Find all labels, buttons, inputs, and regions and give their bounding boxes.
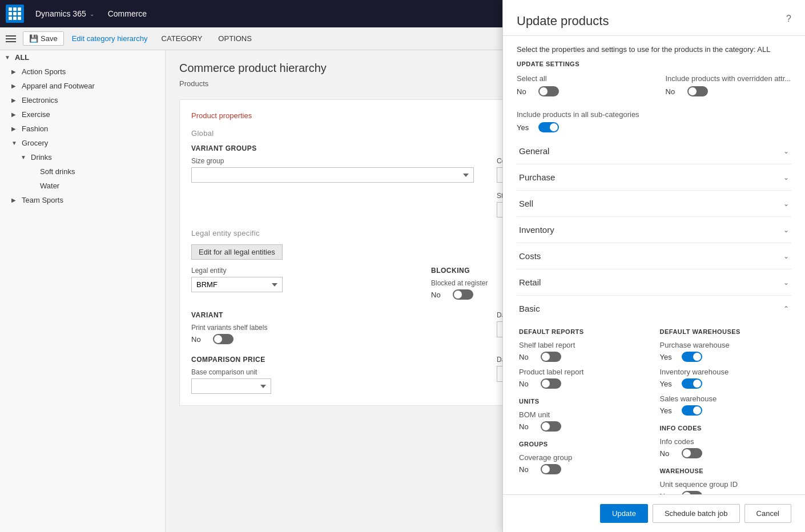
accordion-purchase-header[interactable]: Purchase ⌄ <box>517 164 791 190</box>
category-tab[interactable]: CATEGORY <box>156 32 208 45</box>
purchase-warehouse-toggle[interactable] <box>682 352 702 362</box>
base-comparison-unit-select[interactable] <box>191 378 271 394</box>
general-chevron-icon: ⌄ <box>783 147 789 155</box>
base-comparison-unit-label: Base comparison unit <box>191 368 474 376</box>
product-label-report-toggle[interactable] <box>541 378 561 389</box>
inventory-warehouse-row: Yes <box>660 378 790 389</box>
panel-body: Select the properties and settings to us… <box>503 50 805 494</box>
sidebar-item-all[interactable]: ▼ ALL <box>0 50 165 65</box>
purchase-warehouse-row: Yes <box>660 352 790 362</box>
cancel-button[interactable]: Cancel <box>744 504 791 523</box>
update-settings-heading: UPDATE SETTINGS <box>517 61 791 67</box>
coverage-group-label: Coverage group <box>519 453 649 462</box>
include-overridden-toggle[interactable] <box>687 86 708 96</box>
info-codes-field: Info codes No <box>660 437 790 458</box>
apps-button[interactable] <box>6 5 24 23</box>
bom-unit-label: BOM unit <box>519 410 649 419</box>
shelf-label-report-toggle[interactable] <box>541 352 561 362</box>
include-subcategories-toggle-row: Yes <box>517 122 791 132</box>
blocked-at-register-value: No <box>431 291 448 299</box>
edit-category-hierarchy-link[interactable]: Edit category hierarchy <box>69 32 151 45</box>
print-variants-toggle[interactable] <box>213 334 234 344</box>
accordion-inventory: Inventory ⌄ <box>517 217 791 243</box>
accordion-basic: Basic ⌃ DEFAULT REPORTS Shelf label repo… <box>517 296 791 494</box>
comparison-price-heading: COMPARISON PRICE <box>191 356 474 364</box>
shelf-label-report-label: Shelf label report <box>519 341 649 349</box>
options-tab[interactable]: OPTIONS <box>212 32 257 45</box>
main-layout: ▼ ALL ▶ Action Sports ▶ Apparel and Foot… <box>0 50 805 532</box>
accordion-general-header[interactable]: General ⌄ <box>517 138 791 164</box>
size-group-select[interactable] <box>191 167 474 183</box>
bom-unit-toggle[interactable] <box>541 421 561 432</box>
unit-sequence-label: Unit sequence group ID <box>660 480 790 489</box>
variant-col: VARIANT Print variants shelf labels No <box>191 311 474 349</box>
select-all-toggle-row: No <box>517 86 643 96</box>
accordion-retail-header[interactable]: Retail ⌄ <box>517 269 791 295</box>
select-all-toggle[interactable] <box>538 86 559 96</box>
sidebar-item-water[interactable]: Water <box>0 179 165 193</box>
inventory-warehouse-toggle[interactable] <box>682 378 702 389</box>
groups-section: GROUPS Coverage group No <box>519 441 649 474</box>
unit-sequence-toggle[interactable] <box>682 491 702 494</box>
include-overridden-toggle-row: No <box>666 86 792 96</box>
sidebar-item-soft-drinks[interactable]: Soft drinks <box>0 164 165 179</box>
sidebar-item-electronics[interactable]: ▶ Electronics <box>0 93 165 107</box>
bom-unit-row: No <box>519 421 649 432</box>
coverage-group-toggle[interactable] <box>541 464 561 474</box>
sidebar-item-action-sports[interactable]: ▶ Action Sports <box>0 65 165 79</box>
sidebar-item-drinks[interactable]: ▼ Drinks <box>0 150 165 164</box>
sell-chevron-icon: ⌄ <box>783 200 789 208</box>
accordion-inventory-header[interactable]: Inventory ⌄ <box>517 217 791 243</box>
nav-brand[interactable]: Dynamics 365 ⌄ <box>29 9 101 18</box>
accordion-basic-header[interactable]: Basic ⌃ <box>517 296 791 321</box>
warehouse-heading: WAREHOUSE <box>660 467 790 474</box>
edit-all-legal-entities-button[interactable]: Edit for all legal entities <box>191 244 283 260</box>
sales-warehouse-toggle[interactable] <box>682 405 702 416</box>
save-icon: 💾 <box>29 34 38 43</box>
legal-entity-select[interactable]: BRMF <box>191 277 283 292</box>
sidebar-item-fashion[interactable]: ▶ Fashion <box>0 122 165 136</box>
team-sports-chevron-icon: ▶ <box>11 197 19 203</box>
info-codes-toggle[interactable] <box>682 448 702 458</box>
include-subcategories-field: Include products in all sub-categories Y… <box>517 110 791 132</box>
accordion-sell: Sell ⌄ <box>517 191 791 217</box>
all-chevron-icon: ▼ <box>5 54 13 61</box>
info-codes-row: No <box>660 448 790 458</box>
sidebar-item-exercise[interactable]: ▶ Exercise <box>0 107 165 122</box>
schedule-batch-job-button[interactable]: Schedule batch job <box>653 504 740 523</box>
accordion-general: General ⌄ <box>517 138 791 164</box>
legal-entity-col: Legal entity BRMF <box>191 267 408 304</box>
grocery-chevron-icon: ▼ <box>11 140 19 146</box>
purchase-warehouse-field: Purchase warehouse Yes <box>660 341 790 362</box>
comparison-price-col: COMPARISON PRICE Base comparison unit <box>191 356 474 394</box>
blocked-at-register-toggle[interactable] <box>453 289 473 300</box>
update-products-panel: Update products ? Select the properties … <box>502 50 805 532</box>
legal-entity-label: Legal entity <box>191 267 408 275</box>
coverage-group-value: No <box>519 465 536 474</box>
basic-two-col-grid: DEFAULT REPORTS Shelf label report No Pr… <box>519 328 789 494</box>
sidebar-item-grocery[interactable]: ▼ Grocery <box>0 136 165 150</box>
include-overridden-col: Include products with overridden attr...… <box>666 74 792 101</box>
retail-chevron-icon: ⌄ <box>783 279 789 287</box>
include-subcategories-toggle[interactable] <box>538 122 559 132</box>
basic-left-col: DEFAULT REPORTS Shelf label report No Pr… <box>519 328 649 494</box>
update-button[interactable]: Update <box>600 504 648 523</box>
purchase-chevron-icon: ⌄ <box>783 174 789 182</box>
accordion-costs-header[interactable]: Costs ⌄ <box>517 243 791 269</box>
drinks-chevron-icon: ▼ <box>21 154 29 160</box>
print-variants-value: No <box>191 335 208 344</box>
inventory-warehouse-value: Yes <box>660 380 677 388</box>
sidebar-item-team-sports[interactable]: ▶ Team Sports <box>0 193 165 207</box>
size-group-field: Size group <box>191 157 474 183</box>
save-button[interactable]: 💾 Save <box>23 31 64 46</box>
include-subcategories-value: Yes <box>517 123 534 132</box>
inventory-warehouse-label: Inventory warehouse <box>660 368 790 376</box>
style-group-field <box>191 192 474 217</box>
sidebar-item-apparel-footwear[interactable]: ▶ Apparel and Footwear <box>0 79 165 93</box>
variant-heading: VARIANT <box>191 311 474 319</box>
sidebar: ▼ ALL ▶ Action Sports ▶ Apparel and Foot… <box>0 50 166 532</box>
size-group-label: Size group <box>191 157 474 165</box>
hamburger-menu-icon[interactable] <box>5 32 18 46</box>
warehouse-section: WAREHOUSE Unit sequence group ID No <box>660 467 790 494</box>
accordion-sell-header[interactable]: Sell ⌄ <box>517 191 791 216</box>
